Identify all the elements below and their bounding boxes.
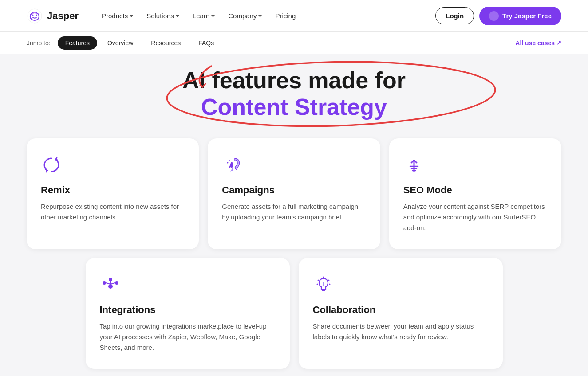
tab-resources[interactable]: Resources xyxy=(143,36,188,50)
svg-point-23 xyxy=(317,279,319,281)
bottom-cards-row: Integrations Tap into our growing integr… xyxy=(27,258,561,369)
hero-section: AI features made for Content Strategy xyxy=(27,67,561,121)
collaboration-icon xyxy=(313,274,334,295)
svg-point-14 xyxy=(103,281,106,285)
nav-learn[interactable]: Learn xyxy=(187,8,220,23)
svg-point-16 xyxy=(109,278,112,281)
remix-title: Remix xyxy=(41,184,185,196)
tab-faqs[interactable]: FAQs xyxy=(191,36,221,50)
logo[interactable]: Jasper xyxy=(27,8,79,24)
svg-point-22 xyxy=(323,276,324,278)
chevron-down-icon xyxy=(258,15,262,17)
svg-point-4 xyxy=(36,14,37,16)
external-link-icon: ↗ xyxy=(556,39,561,46)
integrations-title: Integrations xyxy=(100,304,276,316)
svg-point-15 xyxy=(115,281,118,285)
chevron-down-icon xyxy=(176,15,179,17)
feature-cards-row: Remix Repurpose existing content into ne… xyxy=(27,138,561,249)
nav-company[interactable]: Company xyxy=(223,8,267,23)
all-use-cases-link[interactable]: All use cases ↗ xyxy=(515,39,561,47)
svg-point-8 xyxy=(229,160,230,161)
jumpbar: Jump to: Features Overview Resources FAQ… xyxy=(0,32,588,54)
login-button[interactable]: Login xyxy=(435,7,474,24)
hero-heading: AI features made for Content Strategy xyxy=(182,67,406,121)
jumpbar-left: Jump to: Features Overview Resources FAQ… xyxy=(27,36,221,50)
seo-card: SEO Mode Analyze your content against SE… xyxy=(389,138,561,249)
seo-title: SEO Mode xyxy=(403,184,547,196)
integrations-desc: Tap into our growing integrations market… xyxy=(100,321,276,353)
navbar: Jasper Products Solutions Learn Company … xyxy=(0,0,588,32)
tab-overview[interactable]: Overview xyxy=(100,36,141,50)
campaigns-icon xyxy=(222,154,243,176)
nav-products[interactable]: Products xyxy=(96,8,138,23)
jumpbar-tabs: Features Overview Resources FAQs xyxy=(58,36,222,50)
campaigns-desc: Generate assets for a full marketing cam… xyxy=(222,201,366,223)
nav-solutions[interactable]: Solutions xyxy=(141,8,185,23)
jasper-logo-icon xyxy=(27,8,43,24)
seo-desc: Analyze your content against SERP compet… xyxy=(403,201,547,233)
main-content: AI features made for Content Strategy Re… xyxy=(0,54,588,376)
svg-point-3 xyxy=(32,14,34,16)
nav-links: Products Solutions Learn Company Pricing xyxy=(96,8,301,23)
navbar-left: Jasper Products Solutions Learn Company … xyxy=(27,8,301,24)
try-jasper-button[interactable]: → Try Jasper Free xyxy=(479,7,561,25)
svg-point-26 xyxy=(329,283,330,285)
nav-pricing[interactable]: Pricing xyxy=(270,8,301,23)
seo-icon xyxy=(403,154,425,176)
remix-desc: Repurpose existing content into new asse… xyxy=(41,201,185,223)
remix-icon xyxy=(41,154,62,176)
svg-point-13 xyxy=(108,284,113,289)
campaigns-title: Campaigns xyxy=(222,184,366,196)
svg-point-6 xyxy=(227,162,229,163)
collaboration-title: Collaboration xyxy=(313,304,489,316)
collaboration-desc: Share documents between your team and ap… xyxy=(313,321,489,342)
svg-point-1 xyxy=(28,9,42,23)
svg-point-25 xyxy=(316,283,318,285)
svg-point-24 xyxy=(328,279,329,281)
collaboration-card: Collaboration Share documents between yo… xyxy=(299,258,503,369)
logo-text: Jasper xyxy=(47,10,79,22)
hero-title-line2: Content Strategy xyxy=(182,94,406,121)
tab-features[interactable]: Features xyxy=(58,36,97,50)
jumpbar-label: Jump to: xyxy=(27,39,51,47)
integrations-icon xyxy=(100,274,121,295)
chevron-down-icon xyxy=(130,15,133,17)
navbar-right: Login → Try Jasper Free xyxy=(435,7,561,25)
svg-line-17 xyxy=(106,283,110,284)
svg-point-7 xyxy=(226,164,227,165)
integrations-card: Integrations Tap into our growing integr… xyxy=(86,258,290,369)
remix-card: Remix Repurpose existing content into ne… xyxy=(27,138,199,249)
svg-line-18 xyxy=(110,283,115,284)
chevron-down-icon xyxy=(211,15,215,17)
arrow-icon: → xyxy=(489,11,499,21)
hero-title-line1: AI features made for xyxy=(182,67,406,94)
campaigns-card: Campaigns Generate assets for a full mar… xyxy=(208,138,380,249)
